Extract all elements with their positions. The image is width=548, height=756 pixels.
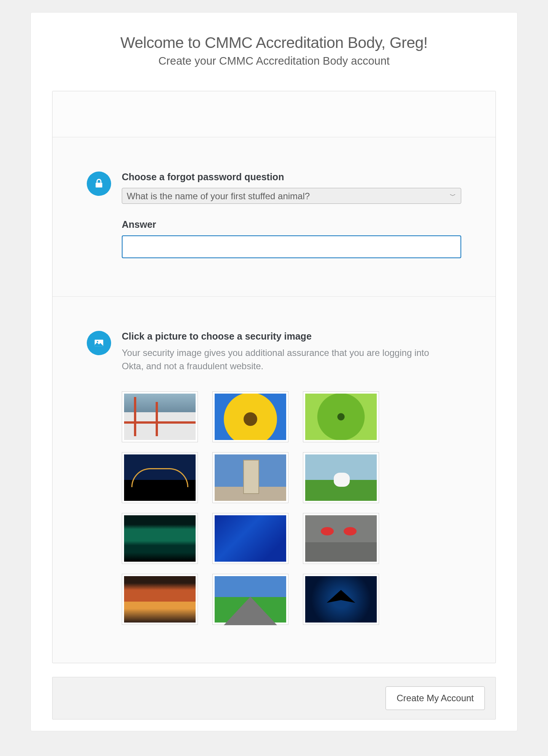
svg-point-4 [97, 341, 98, 342]
answer-label: Answer [122, 219, 461, 230]
security-image-option-sunset-clouds[interactable] [122, 574, 198, 625]
security-image-option-golden-gate-bridge[interactable] [122, 391, 198, 442]
welcome-title: Welcome to CMMC Accreditation Body, Greg… [46, 34, 502, 52]
welcome-subtitle: Create your CMMC Accreditation Body acco… [46, 55, 502, 67]
create-account-button[interactable]: Create My Account [386, 686, 485, 710]
security-image-option-sunflower[interactable] [212, 391, 288, 442]
svg-rect-2 [99, 185, 99, 186]
question-select[interactable]: What is the name of your first stuffed a… [122, 188, 461, 204]
security-image-option-green-succulent[interactable] [303, 391, 379, 442]
lock-icon [87, 172, 111, 196]
security-image-title: Click a picture to choose a security ima… [122, 331, 461, 342]
answer-input[interactable] [122, 235, 461, 258]
security-image-option-manta-ray[interactable] [303, 574, 379, 625]
security-image-option-brooklyn-bridge[interactable] [212, 452, 288, 503]
card-header: Welcome to CMMC Accreditation Body, Greg… [31, 13, 517, 79]
security-image-option-sheep-field[interactable] [303, 452, 379, 503]
picture-icon [87, 331, 111, 355]
security-image-description: Your security image gives you additional… [122, 346, 434, 373]
security-image-option-open-road[interactable] [212, 574, 288, 625]
footer-bar: Create My Account [52, 677, 496, 719]
security-image-option-blue-circuit[interactable] [212, 513, 288, 564]
security-image-grid [122, 391, 461, 625]
panel-top-band [53, 91, 495, 137]
account-setup-card: Welcome to CMMC Accreditation Body, Greg… [30, 12, 518, 731]
setup-panel: Choose a forgot password question What i… [52, 91, 496, 663]
security-image-option-harbour-bridge-night[interactable] [122, 452, 198, 503]
security-image-section: Click a picture to choose a security ima… [53, 296, 495, 663]
question-label: Choose a forgot password question [122, 172, 461, 183]
security-image-option-aurora-borealis[interactable] [122, 513, 198, 564]
security-question-section: Choose a forgot password question What i… [53, 137, 495, 296]
security-image-option-toy-robot[interactable] [303, 513, 379, 564]
